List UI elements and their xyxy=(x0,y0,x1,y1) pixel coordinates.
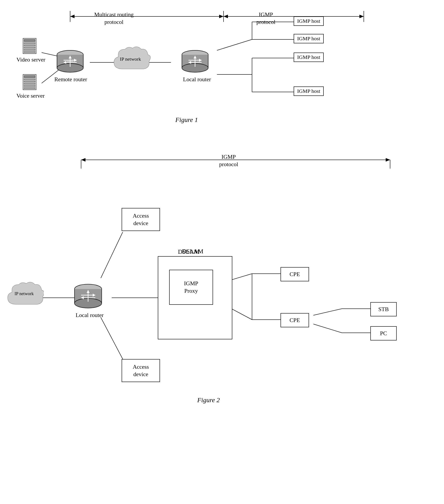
figure2: IGMPprotocol IP network xyxy=(0,149,444,495)
figure1-label: Figure 1 xyxy=(175,116,198,124)
svg-line-13 xyxy=(217,39,252,50)
access-device-top: Accessdevice xyxy=(122,208,160,231)
remote-router-label: Remote router xyxy=(54,76,87,83)
local-router-fig1 xyxy=(180,48,210,75)
svg-line-75 xyxy=(313,324,342,333)
svg-marker-4 xyxy=(70,15,75,18)
stb-box: STB xyxy=(370,302,397,316)
svg-rect-32 xyxy=(24,81,35,82)
svg-rect-27 xyxy=(24,49,35,50)
svg-rect-26 xyxy=(24,47,35,48)
figure1: Multicast routing protocol IGMP protocol… xyxy=(0,4,444,131)
igmp-host-1: IGMP host xyxy=(294,17,324,26)
igmp-protocol-label-fig2: IGMPprotocol xyxy=(219,153,238,168)
svg-rect-34 xyxy=(24,85,35,87)
video-server-icon xyxy=(22,37,37,56)
ip-network-cloud-fig2: IP network xyxy=(4,280,44,310)
dslam-text: DSLAM xyxy=(182,248,203,255)
multicast-protocol-label: Multicast routing protocol xyxy=(94,11,134,26)
svg-rect-28 xyxy=(24,52,35,53)
svg-rect-33 xyxy=(24,83,35,84)
svg-text:IP network: IP network xyxy=(120,56,141,62)
local-router-fig1-label: Local router xyxy=(183,76,211,83)
svg-text:IP network: IP network xyxy=(15,291,34,296)
figure2-label: Figure 2 xyxy=(197,396,220,404)
igmp-proxy-box: IGMPProxy xyxy=(169,270,213,305)
svg-marker-5 xyxy=(219,15,224,18)
svg-rect-25 xyxy=(24,45,35,46)
svg-rect-23 xyxy=(24,39,35,42)
diagram-container: Multicast routing protocol IGMP protocol… xyxy=(0,0,444,504)
svg-rect-24 xyxy=(24,43,35,44)
access-device-bottom: Accessdevice xyxy=(122,359,160,382)
svg-line-68 xyxy=(101,317,123,359)
svg-line-73 xyxy=(313,309,342,315)
svg-rect-35 xyxy=(24,88,35,89)
dslam-box: DSLAM IGMPProxy xyxy=(158,256,232,339)
igmp-protocol-label: IGMP protocol xyxy=(256,11,275,26)
cpe1-box: CPE xyxy=(281,267,309,281)
igmp-host-3: IGMP host xyxy=(294,53,324,62)
local-router-fig2-label: Local router xyxy=(76,312,104,319)
local-router-fig2 xyxy=(72,282,104,311)
svg-line-65 xyxy=(101,232,123,278)
svg-marker-62 xyxy=(386,158,390,162)
voice-server-icon xyxy=(22,73,37,92)
voice-server-label: Voice server xyxy=(17,93,45,99)
video-server-label: Video server xyxy=(17,56,45,63)
svg-rect-30 xyxy=(24,75,35,78)
svg-marker-7 xyxy=(224,15,228,18)
remote-router xyxy=(55,48,85,75)
svg-rect-31 xyxy=(24,79,35,80)
igmp-host-4: IGMP host xyxy=(294,87,324,96)
svg-marker-61 xyxy=(81,158,85,162)
cpe2-box: CPE xyxy=(281,313,309,327)
igmp-host-2: IGMP host xyxy=(294,34,324,43)
pc-box: PC xyxy=(370,326,397,341)
svg-marker-8 xyxy=(359,15,364,18)
ip-network-cloud: IP network xyxy=(110,45,151,74)
